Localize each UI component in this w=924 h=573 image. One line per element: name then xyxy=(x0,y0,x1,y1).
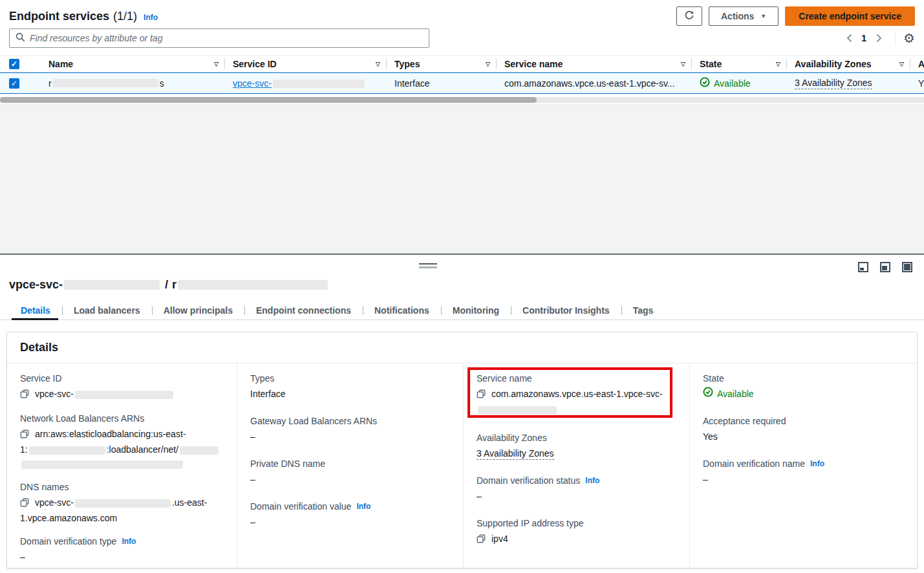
info-link[interactable]: Info xyxy=(122,535,136,548)
panel-size-large-icon[interactable] xyxy=(902,262,912,272)
field-acceptance-required: Acceptance required Yes xyxy=(703,415,904,444)
tab-tags[interactable]: Tags xyxy=(621,301,665,319)
field-domain-verification-status: Domain verification status Info – xyxy=(477,475,676,503)
availability-zones-popover-link[interactable]: 3 Availability Zones xyxy=(795,78,872,89)
row-service-name-cell: com.amazonaws.vpce.us-east-1.vpce-sv... xyxy=(497,78,692,89)
redacted-text xyxy=(75,391,173,399)
header-buttons: Actions ▼ Create endpoint service xyxy=(676,6,915,26)
refresh-icon xyxy=(684,10,694,23)
field-service-name: Service name com.amazonaws.vpce.us-east-… xyxy=(477,373,676,416)
next-page-icon[interactable] xyxy=(872,31,886,45)
redacted-text xyxy=(178,280,328,290)
copy-icon[interactable] xyxy=(20,428,29,442)
current-page-number[interactable]: 1 xyxy=(856,33,872,43)
previous-page-icon[interactable] xyxy=(842,31,856,45)
details-card-heading: Details xyxy=(7,332,917,363)
panel-size-small-icon[interactable] xyxy=(858,262,868,272)
filter-icon[interactable]: ▽ xyxy=(681,61,685,67)
search-box[interactable] xyxy=(9,28,429,48)
panel-size-medium-icon[interactable] xyxy=(880,262,890,272)
table-header: ✓ Name ▽ Service ID ▽ Types ▽ Service na… xyxy=(0,55,924,72)
row-acceptance-cell: Y xyxy=(910,78,924,89)
tab-contributor-insights[interactable]: Contributor Insights xyxy=(511,301,621,319)
copy-icon[interactable] xyxy=(20,497,29,511)
filter-icon[interactable]: ▽ xyxy=(486,61,490,67)
info-link[interactable]: Info xyxy=(810,458,824,470)
panel-layout-controls xyxy=(858,262,912,272)
field-dns-names: DNS names vpce-svc-.us-east- 1.vpce.amaz… xyxy=(20,481,224,525)
row-types-cell: Interface xyxy=(387,78,497,89)
horizontal-scrollbar[interactable] xyxy=(0,97,924,103)
toolbar-row: 1 ⚙ xyxy=(0,28,924,48)
availability-zones-popover-link[interactable]: 3 Availability Zones xyxy=(477,448,554,460)
header-info-link[interactable]: Info xyxy=(144,13,158,22)
page-title: Endpoint services xyxy=(9,10,109,23)
copy-icon[interactable] xyxy=(477,533,486,547)
filter-icon[interactable]: ▽ xyxy=(214,61,219,67)
info-link[interactable]: Info xyxy=(356,501,371,513)
field-domain-verification-type: Domain verification type Info – xyxy=(20,535,224,564)
copy-icon[interactable] xyxy=(20,388,29,402)
column-header-name[interactable]: Name ▽ xyxy=(31,56,225,72)
detail-split-panel: vpce-svc- / r Details Load balancers All… xyxy=(0,254,924,573)
details-card: Details Service ID vpce-svc- Network Loa… xyxy=(6,332,918,568)
row-name-cell: rs xyxy=(31,78,225,89)
field-state: State Available xyxy=(703,373,904,401)
panel-resize-handle[interactable] xyxy=(419,263,437,268)
column-header-types[interactable]: Types ▽ xyxy=(387,56,497,72)
redacted-text xyxy=(21,460,183,469)
search-icon xyxy=(16,32,25,45)
page-count: (1/1) xyxy=(113,10,137,23)
panel-tabs: Details Load balancers Allow principals … xyxy=(0,301,924,320)
redacted-text xyxy=(75,499,171,508)
details-column-2: Types Interface Gateway Load Balancers A… xyxy=(237,363,464,568)
filter-icon[interactable]: ▽ xyxy=(899,61,904,67)
column-header-state[interactable]: State ▽ xyxy=(692,56,787,72)
row-availability-zones-cell: 3 Availability Zones xyxy=(787,78,910,89)
actions-label: Actions xyxy=(721,11,754,21)
gear-icon[interactable]: ⚙ xyxy=(903,32,915,45)
scrollbar-thumb[interactable] xyxy=(0,97,537,103)
table-row[interactable]: ✓ rs vpce-svc- Interface com.amazonaws.v… xyxy=(0,72,924,94)
select-all-cell: ✓ xyxy=(0,56,31,72)
column-header-service-name[interactable]: Service name ▽ xyxy=(497,56,692,72)
column-header-availability-zones[interactable]: Availability Zones ▽ xyxy=(787,56,910,72)
tab-monitoring[interactable]: Monitoring xyxy=(441,301,511,319)
check-circle-icon xyxy=(700,77,710,89)
column-header-service-id[interactable]: Service ID ▽ xyxy=(225,56,387,72)
details-card-body: Service ID vpce-svc- Network Load Balanc… xyxy=(7,363,917,568)
row-select-cell: ✓ xyxy=(0,78,31,89)
redacted-text xyxy=(64,280,160,290)
info-link[interactable]: Info xyxy=(585,475,599,487)
row-checkbox[interactable]: ✓ xyxy=(9,78,19,89)
create-endpoint-service-button[interactable]: Create endpoint service xyxy=(785,6,915,26)
check-circle-icon xyxy=(703,387,713,401)
service-id-link[interactable]: vpce-svc- xyxy=(233,78,366,89)
tab-details[interactable]: Details xyxy=(9,301,62,319)
details-column-4: State Available Acceptance required Yes … xyxy=(690,363,917,568)
tab-allow-principals[interactable]: Allow principals xyxy=(152,301,244,319)
field-supported-ip-type: Supported IP address type ipv4 xyxy=(477,517,676,547)
actions-button[interactable]: Actions ▼ xyxy=(709,6,779,26)
details-column-1: Service ID vpce-svc- Network Load Balanc… xyxy=(7,363,237,568)
redacted-text xyxy=(478,406,557,415)
field-availability-zones: Availability Zones 3 Availability Zones xyxy=(477,432,676,460)
search-input[interactable] xyxy=(30,33,423,43)
filter-icon[interactable]: ▽ xyxy=(776,61,780,67)
refresh-button[interactable] xyxy=(676,6,702,26)
redacted-text xyxy=(273,80,365,88)
details-column-3: Service name com.amazonaws.vpce.us-east-… xyxy=(464,363,690,568)
field-service-id: Service ID vpce-svc- xyxy=(20,373,224,402)
tab-load-balancers[interactable]: Load balancers xyxy=(62,301,152,319)
chevron-down-icon: ▼ xyxy=(760,13,766,19)
column-header-acceptance-partial[interactable]: A xyxy=(910,56,924,72)
tab-notifications[interactable]: Notifications xyxy=(363,301,441,319)
title-separator: / xyxy=(165,278,168,292)
filter-icon[interactable]: ▽ xyxy=(376,61,380,67)
field-glb-arns: Gateway Load Balancers ARNs – xyxy=(250,415,450,444)
field-types: Types Interface xyxy=(250,373,450,401)
redacted-text xyxy=(180,446,219,455)
select-all-checkbox[interactable]: ✓ xyxy=(9,59,19,69)
tab-endpoint-connections[interactable]: Endpoint connections xyxy=(244,301,363,319)
copy-icon[interactable] xyxy=(477,388,486,402)
